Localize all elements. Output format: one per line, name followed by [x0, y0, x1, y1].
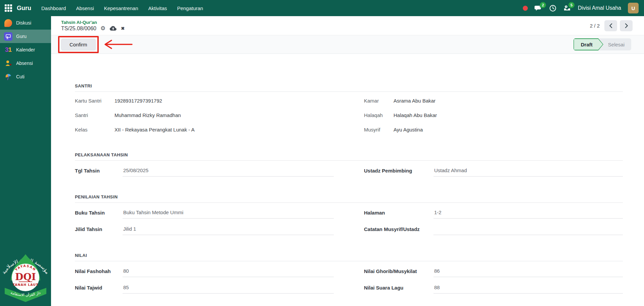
field-kamar: Kamar Asrama Abu Bakar	[364, 93, 623, 108]
form-action-bar: Confirm Draft Selesai	[51, 35, 644, 54]
section-title: SANTRI	[75, 83, 623, 88]
cloud-save-icon[interactable]	[109, 26, 117, 31]
sidebar-label: Guru	[16, 34, 27, 39]
pager-next-button[interactable]	[620, 20, 633, 31]
foundation-logo: مؤسسة التربية الاسلامية YAYASAN DQI TANA…	[0, 245, 51, 306]
stage-draft[interactable]: Draft	[573, 38, 603, 50]
form-sheet: SANTRI Kartu Santri 19289317297391792 Sa…	[51, 54, 644, 306]
sidebar-label: Diskusi	[16, 20, 31, 26]
annotation-arrow	[101, 38, 133, 50]
clock-icon[interactable]	[549, 5, 556, 12]
sidebar-label: Cuti	[16, 74, 25, 79]
field-ustadz-pembimbing: Ustadz Pembimbing Ustadz Ahmad	[364, 162, 623, 179]
sidebar-item-absensi[interactable]: Absensi	[0, 56, 51, 70]
sidebar-label: Kalender	[16, 47, 35, 52]
section-pelaksanaan: PELAKSANAAN TAHSIN Tgl Tahsin 25/08/2025…	[75, 152, 623, 179]
messages-icon[interactable]: 2	[535, 4, 543, 12]
messages-badge: 2	[540, 2, 546, 8]
teacher-board-icon	[4, 32, 12, 41]
section-title: NILAI	[75, 253, 623, 258]
sidebar-item-guru[interactable]: Guru	[0, 30, 51, 43]
chevron-left-icon	[609, 23, 613, 28]
left-sidebar: Diskusi Guru 31 Kalender	[0, 16, 51, 306]
field-buku-tahsin: Buku Tahsin Buku Tahsin Metode Ummi	[75, 204, 334, 221]
discuss-icon	[4, 19, 12, 27]
sidebar-item-diskusi[interactable]: Diskusi	[0, 16, 51, 30]
section-title: PELAKSANAAN TAHSIN	[75, 152, 623, 157]
catatan-input[interactable]	[433, 224, 623, 235]
activities-badge: 5	[568, 2, 574, 8]
nav-dashboard[interactable]: Dashboard	[41, 5, 66, 11]
nav-pengaturan[interactable]: Pengaturan	[177, 5, 203, 11]
app-brand[interactable]: Guru	[17, 5, 31, 12]
nilai-ghorib-input[interactable]: 86	[433, 266, 623, 277]
top-navbar: Guru Dashboard Absensi Kepesantrenan Akt…	[0, 0, 644, 16]
umbrella-timeoff-icon	[4, 73, 12, 81]
nav-kepesantrenan[interactable]: Kepesantrenan	[104, 5, 138, 11]
discard-close-icon[interactable]: ✖	[121, 26, 125, 31]
svg-text:TANAH LAUT: TANAH LAUT	[13, 283, 39, 286]
field-kelas: Kelas XII - Rekayasa Perangkat Lunak - A	[75, 122, 334, 137]
gear-icon[interactable]: ⚙	[100, 26, 105, 31]
field-nilai-tajwid: Nilai Tajwid 85	[75, 279, 334, 296]
sidebar-item-cuti[interactable]: Cuti	[0, 70, 51, 83]
field-musyrif: Musyrif Ayu Agustina	[364, 122, 623, 137]
field-catatan: Catatan Musyrif/Ustadz	[364, 221, 623, 237]
field-nilai-ghorib: Nilai Ghorib/Musykilat 86	[364, 263, 623, 279]
user-avatar[interactable]: U	[628, 3, 639, 13]
main-content: Tahsin Al-Qur'an TS/25.08/0060 ⚙ ✖ 2 / 2	[51, 16, 644, 306]
calendar-31-icon: 31	[4, 46, 12, 54]
field-kartu-santri: Kartu Santri 19289317297391792	[75, 93, 334, 108]
systray: 2 5 Divisi Amal Usaha U	[523, 3, 639, 13]
ustadz-pembimbing-input[interactable]: Ustadz Ahmad	[433, 165, 623, 177]
sidebar-item-kalender[interactable]: 31 Kalender	[0, 43, 51, 56]
nav-absensi[interactable]: Absensi	[76, 5, 94, 11]
status-dot-icon	[523, 6, 528, 11]
pager-count: 2 / 2	[590, 23, 600, 29]
status-bar: Draft Selesai	[573, 38, 631, 50]
stage-selesai[interactable]: Selesai	[603, 38, 631, 50]
record-name: TS/25.08/0060	[61, 26, 96, 32]
section-nilai: NILAI Nilai Fashohah 80 Nilai Tajwid 85	[75, 253, 623, 296]
field-halaqah: Halaqah Halaqah Abu Bakar	[364, 108, 623, 122]
confirm-button[interactable]: Confirm	[61, 39, 96, 50]
halaman-input[interactable]: 1-2	[433, 207, 623, 219]
field-jilid-tahsin: Jilid Tahsin Jilid 1	[75, 221, 334, 237]
svg-text:DQI: DQI	[15, 271, 36, 282]
breadcrumb-bar: Tahsin Al-Qur'an TS/25.08/0060 ⚙ ✖ 2 / 2	[51, 16, 644, 35]
activities-icon[interactable]: 5	[563, 4, 571, 12]
jilid-tahsin-input[interactable]: Jilid 1	[123, 224, 334, 235]
field-nilai-fashohah: Nilai Fashohah 80	[75, 263, 334, 279]
chevron-right-icon	[625, 23, 628, 28]
field-nilai-suara: Nilai Suara Lagu 88	[364, 279, 623, 296]
attendance-person-icon	[4, 59, 12, 68]
pager-prev-button[interactable]	[604, 20, 617, 31]
record-pager: 2 / 2	[590, 20, 633, 31]
nilai-suara-input[interactable]: 88	[433, 282, 623, 294]
field-santri: Santri Muhammad Rizky Ramadhan	[75, 108, 334, 122]
field-tgl-tahsin: Tgl Tahsin 25/08/2025	[75, 162, 334, 179]
section-title: PENILAIAN TAHSIN	[75, 194, 623, 199]
user-company-menu[interactable]: Divisi Amal Usaha	[578, 5, 621, 11]
tgl-tahsin-input[interactable]: 25/08/2025	[123, 165, 334, 177]
apps-grid-icon[interactable]	[5, 4, 12, 12]
nilai-tajwid-input[interactable]: 85	[123, 282, 334, 294]
app-window: Guru Dashboard Absensi Kepesantrenan Akt…	[0, 0, 644, 306]
breadcrumb-parent-link[interactable]: Tahsin Al-Qur'an	[61, 20, 125, 25]
sidebar-label: Absensi	[16, 61, 33, 66]
nav-aktivitas[interactable]: Aktivitas	[148, 5, 167, 11]
buku-tahsin-input[interactable]: Buku Tahsin Metode Ummi	[123, 207, 334, 219]
section-penilaian: PENILAIAN TAHSIN Buku Tahsin Buku Tahsin…	[75, 194, 623, 237]
nilai-fashohah-input[interactable]: 80	[123, 266, 334, 277]
field-halaman: Halaman 1-2	[364, 204, 623, 221]
section-santri: SANTRI Kartu Santri 19289317297391792 Sa…	[75, 83, 623, 137]
